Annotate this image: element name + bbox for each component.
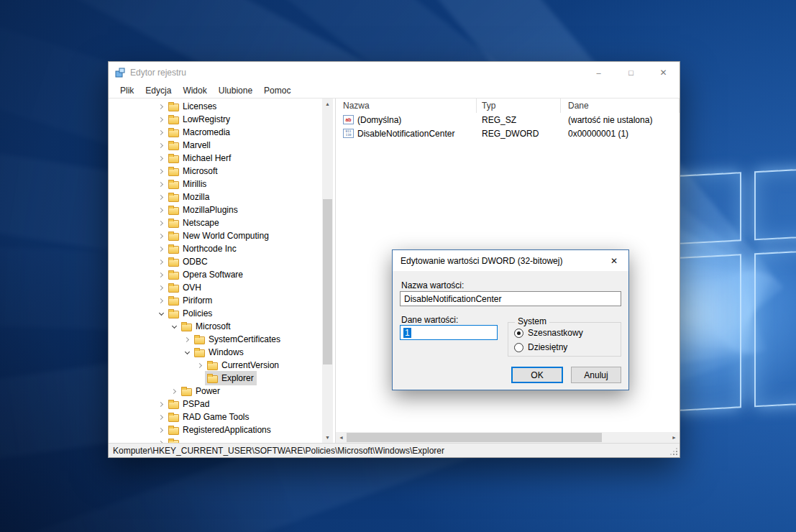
tree-item-rad-game-tools[interactable]: RAD Game Tools: [109, 411, 322, 423]
folder-icon: [207, 375, 218, 383]
collapse-chevron-icon[interactable]: [156, 308, 166, 318]
expand-chevron-icon[interactable]: [156, 153, 166, 163]
scroll-up-icon[interactable]: ▲: [322, 98, 333, 109]
folder-icon: [168, 246, 179, 254]
tree-item-mirillis[interactable]: Mirillis: [109, 178, 322, 191]
column-header-nazwa[interactable]: Nazwa: [336, 98, 477, 113]
title-bar[interactable]: Edytor rejestru – □ ✕: [109, 62, 680, 83]
tree-item-content: Microsoft: [166, 164, 221, 178]
tree-item-microsoft[interactable]: Microsoft: [109, 165, 322, 178]
minimize-button[interactable]: –: [582, 62, 615, 83]
expand-chevron-icon[interactable]: [156, 270, 166, 280]
value-data-input[interactable]: 1: [400, 325, 498, 340]
registry-value-row[interactable]: ab(Domyślna)REG_SZ(wartość nie ustalona): [336, 113, 680, 127]
tree-item-explorer[interactable]: Explorer: [109, 372, 322, 385]
radio-hexadecimal[interactable]: Szesnastkowy: [514, 328, 583, 338]
scroll-right-icon[interactable]: ►: [669, 432, 680, 443]
expand-chevron-icon[interactable]: [182, 334, 192, 344]
tree-item-marvell[interactable]: Marvell: [109, 139, 322, 152]
ok-button[interactable]: OK: [511, 367, 563, 383]
tree-item-registeredapplications[interactable]: RegisteredApplications: [109, 423, 322, 436]
tree-item-label: CurrentVersion: [221, 359, 279, 372]
selected-text: 1: [403, 328, 411, 338]
value-name-input[interactable]: [400, 291, 621, 306]
chevron-spacer: [195, 373, 205, 383]
tree-item-licenses[interactable]: Licenses: [109, 100, 322, 113]
menu-plik[interactable]: Plik: [114, 84, 139, 97]
list-horizontal-scrollbar[interactable]: ◄ ►: [336, 432, 680, 443]
tree-item-northcode-inc[interactable]: Northcode Inc: [109, 242, 322, 255]
expand-chevron-icon[interactable]: [156, 179, 166, 189]
expand-chevron-icon[interactable]: [156, 114, 166, 124]
menu-edycja[interactable]: Edycja: [139, 84, 177, 97]
dialog-close-icon[interactable]: ✕: [600, 250, 628, 271]
menu-widok[interactable]: Widok: [177, 84, 212, 97]
expand-chevron-icon[interactable]: [156, 283, 166, 293]
dialog-title-bar[interactable]: Edytowanie wartości DWORD (32-bitowej) ✕: [393, 250, 628, 271]
tree-item-currentversion[interactable]: CurrentVersion: [109, 359, 322, 372]
expand-chevron-icon[interactable]: [156, 205, 166, 215]
menu-pomoc[interactable]: Pomoc: [258, 84, 296, 97]
menu-ulubione[interactable]: Ulubione: [213, 84, 258, 97]
expand-chevron-icon[interactable]: [156, 166, 166, 176]
close-button[interactable]: ✕: [647, 62, 680, 83]
tree-item-michael-herf[interactable]: Michael Herf: [109, 152, 322, 165]
tree-item-policies[interactable]: Policies: [109, 307, 322, 320]
tree-item-label: Marvell: [183, 139, 211, 152]
scroll-left-icon[interactable]: ◄: [336, 432, 347, 443]
expand-chevron-icon[interactable]: [156, 438, 166, 443]
tree-item-microsoft[interactable]: Microsoft: [109, 320, 322, 333]
tree-item-windows[interactable]: Windows: [109, 346, 322, 359]
tree-item-content: Marvell: [166, 138, 214, 152]
expand-chevron-icon[interactable]: [156, 218, 166, 228]
collapse-chevron-icon[interactable]: [169, 321, 179, 331]
value-data-label: Dane wartości:: [401, 315, 458, 325]
maximize-button[interactable]: □: [615, 62, 647, 83]
list-header: NazwaTypDane: [336, 98, 680, 113]
tree-item-ovh[interactable]: OVH: [109, 281, 322, 294]
expand-chevron-icon[interactable]: [156, 127, 166, 137]
scroll-down-icon[interactable]: ▼: [322, 432, 333, 443]
tree-item-piriform[interactable]: Piriform: [109, 294, 322, 307]
tree-item-partial[interactable]: [109, 436, 322, 443]
expand-chevron-icon[interactable]: [156, 192, 166, 202]
radio-decimal[interactable]: Dziesiętny: [514, 342, 567, 352]
scrollbar-thumb[interactable]: [323, 199, 332, 364]
resize-grip-icon[interactable]: [669, 446, 677, 455]
expand-chevron-icon[interactable]: [156, 399, 166, 409]
expand-chevron-icon[interactable]: [156, 295, 166, 306]
column-header-dane[interactable]: Dane: [561, 98, 680, 113]
radio-checked-icon[interactable]: [514, 329, 523, 338]
tree-item-label: Licenses: [183, 100, 216, 113]
tree-item-new-world-computing[interactable]: New World Computing: [109, 229, 322, 242]
tree-item-power[interactable]: Power: [109, 385, 322, 398]
expand-chevron-icon[interactable]: [156, 231, 166, 241]
tree-item-systemcertificates[interactable]: SystemCertificates: [109, 333, 322, 346]
expand-chevron-icon[interactable]: [156, 257, 166, 267]
registry-path: Komputer\HKEY_CURRENT_USER\SOFTWARE\Poli…: [113, 446, 444, 456]
tree-item-mozilla[interactable]: Mozilla: [109, 191, 322, 203]
tree-item-opera-software[interactable]: Opera Software: [109, 268, 322, 281]
tree-item-mozillaplugins[interactable]: MozillaPlugins: [109, 203, 322, 216]
scrollbar-thumb[interactable]: [347, 433, 602, 442]
tree-item-content: RAD Game Tools: [166, 410, 252, 424]
column-header-typ[interactable]: Typ: [477, 98, 561, 113]
tree-item-lowregistry[interactable]: LowRegistry: [109, 113, 322, 126]
tree-item-odbc[interactable]: ODBC: [109, 255, 322, 268]
expand-chevron-icon[interactable]: [195, 360, 205, 370]
expand-chevron-icon[interactable]: [156, 412, 166, 422]
expand-chevron-icon[interactable]: [156, 244, 166, 254]
tree-item-netscape[interactable]: Netscape: [109, 216, 322, 229]
radio-unchecked-icon[interactable]: [514, 343, 523, 352]
tree-item-pspad[interactable]: PSPad: [109, 398, 322, 411]
expand-chevron-icon[interactable]: [156, 425, 166, 435]
tree-vertical-scrollbar[interactable]: ▲ ▼: [322, 98, 333, 443]
expand-chevron-icon[interactable]: [156, 101, 166, 111]
cancel-button[interactable]: Anuluj: [571, 367, 621, 383]
collapse-chevron-icon[interactable]: [182, 347, 192, 357]
tree-item-content: Opera Software: [166, 267, 246, 282]
expand-chevron-icon[interactable]: [156, 140, 166, 150]
expand-chevron-icon[interactable]: [169, 386, 179, 396]
tree-item-macromedia[interactable]: Macromedia: [109, 126, 322, 139]
registry-value-row[interactable]: 011 110DisableNotificationCenterREG_DWOR…: [336, 127, 680, 140]
